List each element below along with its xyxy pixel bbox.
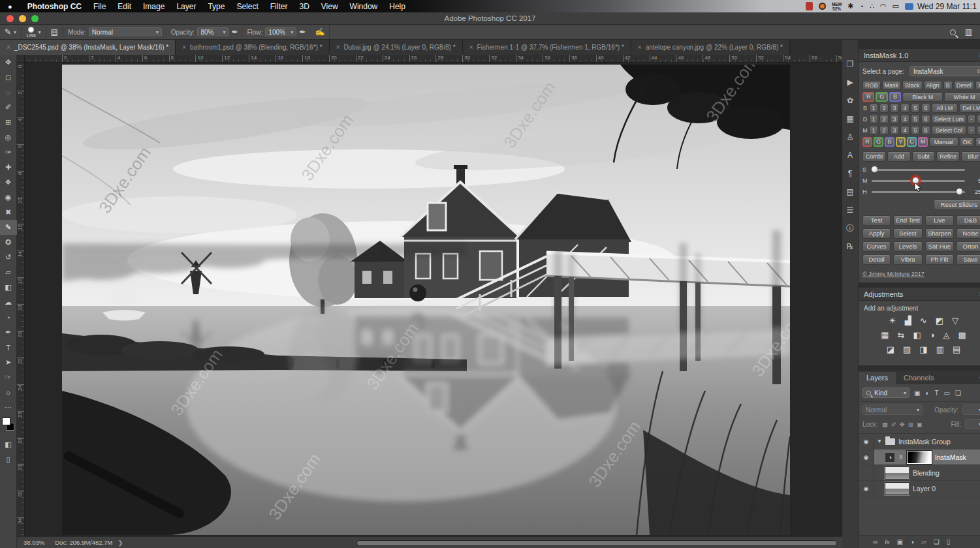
brights-mask-button[interactable]: 3 [890,104,899,113]
darks-mask-button[interactable]: 2 [879,115,889,124]
combine-mode-button[interactable]: Add [887,151,911,162]
combine-mode-button[interactable]: Combi [862,151,886,162]
brightness-contrast-icon[interactable]: ☀ [889,316,896,326]
character-panel-icon[interactable]: ♙ [842,130,858,144]
midtones-mask-button[interactable]: 4 [900,126,909,135]
credit-link[interactable]: © Jimmy McIntyre 2017 [862,271,980,277]
lock-move-icon[interactable]: ✥ [900,421,905,428]
threshold-icon[interactable]: ◨ [919,344,927,354]
gradient-map-icon[interactable]: ▥ [936,344,944,354]
zoom-level-field[interactable]: 38.03% [24,539,44,546]
instamask-action-button[interactable]: Save [956,254,980,265]
dots-icon[interactable]: ∴ [870,2,874,10]
color-select-button[interactable]: M [918,137,928,147]
mask-link-icon[interactable]: ∞ [898,455,904,460]
highlights-slider-thumb[interactable] [956,188,963,195]
color-select-button[interactable]: G [874,137,883,147]
smoothing-icon[interactable]: ✍ [315,27,324,37]
brush-preset-icon[interactable]: ✎ [5,27,11,37]
healing-brush-tool[interactable]: ✚ [0,160,17,175]
instamask-button[interactable]: Stack [902,81,923,90]
properties-panel-icon[interactable]: ☰ [842,203,858,217]
brights-mask-button[interactable]: 5 [911,104,920,113]
lasso-tool[interactable]: ◌ [0,85,17,100]
ruler-origin[interactable] [17,55,25,63]
midtones-mask-button[interactable]: 3 [890,126,899,135]
wifi-icon[interactable]: ◠ [880,2,887,10]
lock-all-icon[interactable]: ▣ [917,421,923,428]
layer-thumbnail[interactable] [885,466,909,480]
midtones-mask-button[interactable]: 1 [869,126,878,135]
filter-shape-icon[interactable]: ▭ [944,389,950,397]
instamask-button[interactable]: X [975,81,980,90]
close-tab-icon[interactable]: × [336,44,340,51]
lock-paint-icon[interactable]: ✐ [891,421,896,428]
visibility-eye-empty[interactable] [859,465,874,480]
layer-name[interactable]: Layer 0 [913,485,936,493]
menubar-app-badge-icon[interactable] [806,2,813,10]
opacity-select[interactable]: 80% ▾ [197,27,229,37]
menubar-orange-badge-icon[interactable] [819,3,826,10]
slice-tool[interactable]: ✖ [0,205,17,220]
instamask-action-button[interactable]: Select [893,228,923,239]
layer-style-icon[interactable]: fx [885,538,889,545]
toolbar-ellipsis[interactable]: ⋯ [0,400,17,415]
menu-item[interactable]: Edit [112,2,137,11]
new-group-icon[interactable]: ▱ [921,538,926,545]
patch-tool[interactable]: ❖ [0,175,17,190]
document-tab[interactable]: × antelope canyon.jpg @ 22% (Layer 0, RG… [631,40,790,55]
levels-icon[interactable]: ▟ [905,316,911,326]
instamask-button[interactable]: Align [924,81,942,90]
status-chevron-icon[interactable]: ❯ [118,539,123,546]
hand-tool[interactable]: ☞ [0,370,17,385]
close-tab-icon[interactable]: × [638,44,642,51]
quick-selection-tool[interactable]: ✐ [0,100,17,115]
black-white-icon[interactable]: ◧ [913,330,921,340]
layer-blend-mode-select[interactable]: Normal▾ [862,404,923,415]
midtones-mask-button[interactable]: 2 [879,126,889,135]
combine-mode-button[interactable]: Subt [912,151,936,162]
close-tab-icon[interactable]: × [182,44,186,51]
type-tool[interactable]: T [0,340,17,355]
eyedropper-tool[interactable]: ✑ [0,145,17,160]
instamask-action-button[interactable]: Curves [862,241,891,252]
search-icon[interactable] [950,29,956,35]
lum-minus-button[interactable]: - [968,115,975,124]
menubar-clock[interactable]: Wed 29 Mar 11:1 [917,2,980,11]
info-panel-icon[interactable]: ⓘ [842,221,858,236]
shadows-slider-thumb[interactable] [871,166,878,173]
brights-mask-button[interactable]: 2 [879,104,889,113]
manual-button[interactable]: Manual [929,138,958,147]
color-lookup-icon[interactable]: ▩ [958,330,966,340]
instamask-action-button[interactable]: Orton [956,241,980,252]
chevron-down-icon[interactable]: ▾ [14,29,16,35]
foreground-color-swatch[interactable] [2,418,10,425]
instamask-action-button[interactable]: Apply [862,228,891,239]
layer-row-blending[interactable]: Blending [859,465,980,481]
character-styles-panel-icon[interactable]: A [842,148,858,162]
layer-row-group[interactable]: ◉ ▼ InstaMask Group [859,434,980,449]
clone-source-panel-icon[interactable]: ✿ [842,93,858,108]
brush-preview[interactable]: 1298 [26,27,35,38]
red-eye-tool[interactable]: ◉ [0,190,17,205]
darks-mask-button[interactable]: 1 [869,115,878,124]
vibrance-icon[interactable]: ▽ [952,316,958,326]
reset-sliders-button[interactable]: Reset Sliders [934,200,980,210]
brights-mask-button[interactable]: 6 [921,104,930,113]
gradient-tool[interactable]: ◧ [0,280,17,295]
menu-item[interactable]: Layer [170,2,202,11]
pressure-opacity-icon[interactable]: ✒ [231,27,238,37]
menu-item[interactable]: 3D [293,2,315,11]
screen-mode-button[interactable]: ▯ [0,452,17,467]
menu-item[interactable]: Window [344,2,384,11]
black-mask-button[interactable]: Black M [902,93,943,102]
cancel-x-button[interactable]: X [975,138,980,147]
move-tool[interactable]: ✥ [0,55,17,70]
filter-smart-object-icon[interactable]: ❏ [955,389,961,397]
page-select[interactable]: InstaMask ⇕ [909,66,980,76]
instamask-button[interactable]: B [943,81,953,90]
brights-mask-button[interactable]: 4 [900,104,909,113]
darks-mask-button[interactable]: 4 [900,115,909,124]
layer-fill-select[interactable]: ▾ [965,419,980,429]
menu-item[interactable]: Select [230,2,264,11]
